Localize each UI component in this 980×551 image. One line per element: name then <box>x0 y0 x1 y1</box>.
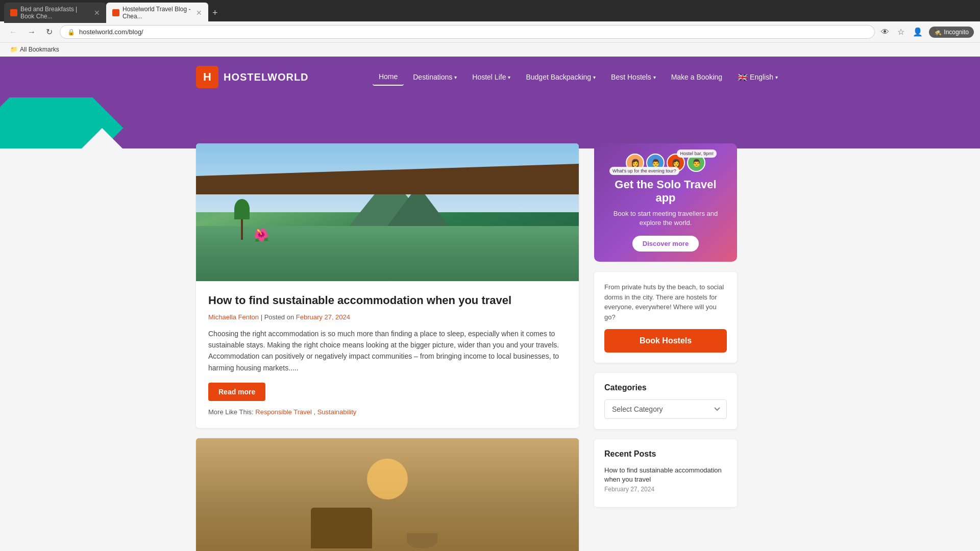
lock-icon: 🔒 <box>67 29 75 36</box>
recent-posts-card: Recent Posts How to find sustainable acc… <box>594 439 737 507</box>
tab-close-1[interactable]: ✕ <box>94 9 100 17</box>
incognito-label: Incognito <box>944 29 969 36</box>
category-select[interactable]: Select Category <box>604 399 727 419</box>
nav-item-budget[interactable]: Budget Backpacking ▾ <box>520 69 602 85</box>
article-meta: Michaella Fenton | Posted on February 27… <box>208 313 567 321</box>
address-text: hostelworld.com/blog/ <box>79 28 143 36</box>
app-promo-card: Hostel bar, 9pm! 👩 👨 👩 👨 What's up for t… <box>594 143 737 262</box>
all-bookmarks[interactable]: 📁 All Bookmarks <box>7 45 62 54</box>
nav-besthostels-label: Best Hostels <box>611 73 651 81</box>
chevron-down-icon-5: ▾ <box>775 74 778 80</box>
more-like-this-label: More Like This: <box>208 408 254 416</box>
refresh-button[interactable]: ↻ <box>43 25 56 39</box>
nav-item-language[interactable]: 🇬🇧 English ▾ <box>731 68 784 86</box>
browser-tabs-bar: Bed and Breakfasts | Book Che... ✕ Hoste… <box>0 0 980 21</box>
categories-card: Categories Select Category <box>594 373 737 429</box>
browser-tab-1[interactable]: Bed and Breakfasts | Book Che... ✕ <box>4 3 106 23</box>
article-card-main: 🌺 How to find sustainable accommodation … <box>196 143 579 428</box>
app-promo-subtitle: Book to start meeting travellers and exp… <box>604 209 727 228</box>
article-hero-image: 🌺 <box>196 143 579 281</box>
chat-bubble-1: Hostel bar, 9pm! <box>677 149 717 158</box>
star-icon[interactable]: ☆ <box>895 25 906 39</box>
bookmarks-folder-icon: 📁 <box>10 46 18 53</box>
forward-button[interactable]: → <box>24 26 39 39</box>
hero-section <box>0 97 980 148</box>
chevron-down-icon-3: ▾ <box>593 74 596 80</box>
new-tab-button[interactable]: + <box>208 6 222 20</box>
scene2-bowl <box>407 533 437 548</box>
browser-toolbar: ← → ↻ 🔒 hostelworld.com/blog/ 👁 ☆ 👤 🕵 In… <box>0 21 980 43</box>
chevron-down-icon: ▾ <box>454 74 457 80</box>
main-nav: Home Destinations ▾ Hostel Life ▾ Budget… <box>373 68 784 86</box>
article-content: How to find sustainable accommodation wh… <box>196 281 579 428</box>
tag-separator: , <box>313 408 317 416</box>
read-more-button[interactable]: Read more <box>208 383 265 401</box>
logo[interactable]: H HOSTELWORLD <box>196 66 309 88</box>
browser-window: Bed and Breakfasts | Book Che... ✕ Hoste… <box>0 0 980 551</box>
article-title: How to find sustainable accommodation wh… <box>208 293 567 308</box>
tag-sustainability[interactable]: Sustainability <box>317 408 357 416</box>
chat-bubble-2: What's up for the evening tour? <box>609 167 679 175</box>
chevron-down-icon-4: ▾ <box>653 74 656 80</box>
recent-post-item-1: How to find sustainable accommodation wh… <box>604 466 727 492</box>
bookmarks-label: All Bookmarks <box>20 46 59 53</box>
nav-item-booking[interactable]: Make a Booking <box>665 69 728 85</box>
posts-column: 🌺 How to find sustainable accommodation … <box>196 143 579 551</box>
tab-label-1: Bed and Breakfasts | Book Che... <box>20 6 91 20</box>
discover-more-button[interactable]: Discover more <box>632 236 699 252</box>
scene2-item <box>311 508 372 548</box>
nav-item-destinations[interactable]: Destinations ▾ <box>407 69 463 85</box>
nav-booking-label: Make a Booking <box>671 73 722 81</box>
book-hostels-card: From private huts by the beach, to socia… <box>594 272 737 363</box>
tab-label-2: Hostelworld Travel Blog - Chea... <box>122 6 193 20</box>
page-content: H HOSTELWORLD Home Destinations ▾ Hostel… <box>0 57 980 551</box>
article-posted-on: | <box>261 313 264 321</box>
eye-slash-icon[interactable]: 👁 <box>879 26 891 39</box>
categories-heading: Categories <box>604 383 727 392</box>
browser-tab-2[interactable]: Hostelworld Travel Blog - Chea... ✕ <box>106 3 208 23</box>
incognito-badge[interactable]: 🕵 Incognito <box>929 27 974 38</box>
nav-item-hostellife[interactable]: Hostel Life ▾ <box>466 69 517 85</box>
incognito-icon: 🕵 <box>934 29 942 36</box>
book-hostels-text: From private huts by the beach, to socia… <box>604 282 727 322</box>
main-content: 🌺 How to find sustainable accommodation … <box>184 143 796 551</box>
header-inner: H HOSTELWORLD Home Destinations ▾ Hostel… <box>184 57 796 97</box>
more-like-this: More Like This: Responsible Travel , Sus… <box>208 408 567 416</box>
article-author[interactable]: Michaella Fenton <box>208 313 259 321</box>
app-promo-title: Get the Solo Travel app <box>604 178 727 205</box>
article-posted-label: Posted on <box>264 313 295 321</box>
scene-flowers: 🌺 <box>254 228 269 242</box>
recent-posts-heading: Recent Posts <box>604 449 727 459</box>
profile-icon[interactable]: 👤 <box>911 25 925 39</box>
tag-responsible-travel[interactable]: Responsible Travel <box>255 408 312 416</box>
scene2-sun <box>367 459 408 499</box>
chevron-down-icon-2: ▾ <box>508 74 510 80</box>
nav-hostellife-label: Hostel Life <box>472 73 506 81</box>
flag-icon: 🇬🇧 <box>738 72 748 82</box>
article-card-2 <box>196 438 579 551</box>
tab-close-2[interactable]: ✕ <box>196 9 202 17</box>
address-bar[interactable]: 🔒 hostelworld.com/blog/ <box>60 25 875 39</box>
nav-destinations-label: Destinations <box>413 73 452 81</box>
app-promo-avatars: Hostel bar, 9pm! 👩 👨 👩 👨 What's up for t… <box>604 154 727 172</box>
tab-favicon-1 <box>10 9 17 16</box>
article-date[interactable]: February 27, 2024 <box>296 313 350 321</box>
bookmarks-bar: 📁 All Bookmarks <box>0 43 980 57</box>
article-image-2 <box>196 438 579 551</box>
logo-letter: H <box>203 70 211 84</box>
toolbar-actions: 👁 ☆ 👤 🕵 Incognito <box>879 25 974 39</box>
nav-item-home[interactable]: Home <box>373 68 404 86</box>
book-hostels-button[interactable]: Book Hostels <box>604 329 727 353</box>
nav-item-besthostels[interactable]: Best Hostels ▾ <box>605 69 662 85</box>
nav-language-label: English <box>750 73 773 81</box>
nav-budget-label: Budget Backpacking <box>526 73 591 81</box>
site-header: H HOSTELWORLD Home Destinations ▾ Hostel… <box>0 57 980 97</box>
scene-tree <box>234 199 250 240</box>
recent-post-date-1: February 27, 2024 <box>604 486 727 493</box>
white-triangle <box>41 128 163 148</box>
recent-post-title-1: How to find sustainable accommodation wh… <box>604 466 727 484</box>
article-excerpt: Choosing the right accommodation is so m… <box>208 328 567 374</box>
logo-text: HOSTELWORLD <box>224 71 309 83</box>
nav-home-label: Home <box>379 72 398 81</box>
back-button[interactable]: ← <box>6 26 20 39</box>
